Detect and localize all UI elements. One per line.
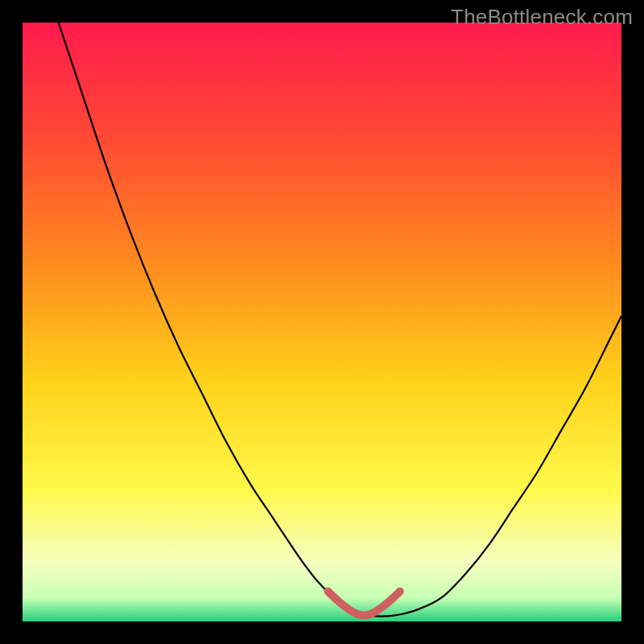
gradient-background <box>23 23 621 621</box>
bottleneck-chart <box>23 23 621 621</box>
plot-area <box>23 23 621 621</box>
attribution-label: TheBottleneck.com <box>451 5 633 30</box>
chart-container: TheBottleneck.com <box>0 0 644 644</box>
